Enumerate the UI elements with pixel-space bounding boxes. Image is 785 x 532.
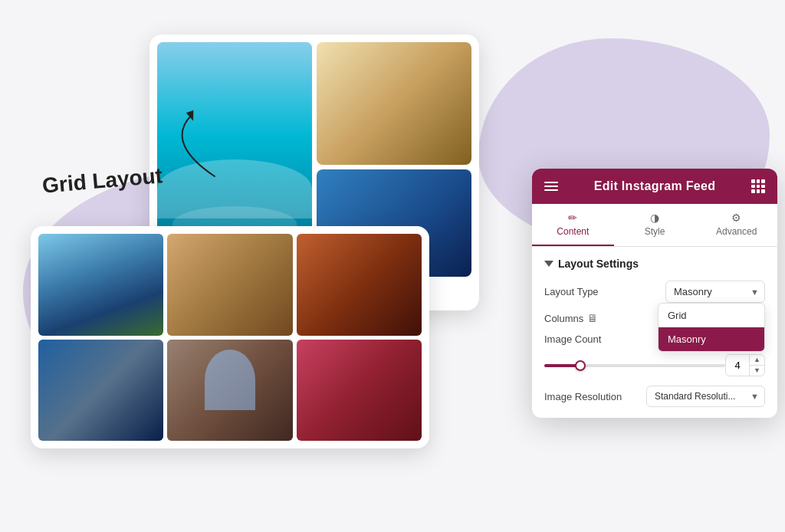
advanced-tab-icon: ⚙ <box>731 212 741 224</box>
layout-type-dropdown: Grid Masonry <box>658 303 765 352</box>
tab-content-label: Content <box>557 226 589 237</box>
slider-track[interactable] <box>544 364 725 367</box>
grid-view-icon[interactable] <box>751 179 765 193</box>
edit-panel: Edit Instagram Feed ✏ Content ◑ Style ⚙ … <box>532 169 777 418</box>
tab-style-label: Style <box>645 226 665 237</box>
resolution-select-wrapper: Thumbnail Standard Resoluti... High Reso… <box>646 386 765 407</box>
tab-advanced[interactable]: ⚙ Advanced <box>695 204 777 246</box>
image-count-slider-row: 4 ▲ ▼ <box>544 354 765 376</box>
tab-content[interactable]: ✏ Content <box>532 204 614 246</box>
dropdown-item-grid[interactable]: Grid <box>659 304 764 327</box>
style-tab-icon: ◑ <box>650 212 659 224</box>
layout-type-select[interactable]: Grid Masonry <box>665 281 765 303</box>
image-art <box>317 42 471 165</box>
monitor-icon: 🖥 <box>587 312 598 324</box>
collapse-icon[interactable] <box>544 261 553 267</box>
tab-style[interactable]: ◑ Style <box>614 204 696 246</box>
panel-title: Edit Instagram Feed <box>594 179 716 193</box>
grid-preview-card <box>31 226 429 448</box>
image-count-value: 4 <box>726 356 749 375</box>
layout-settings-section: Layout Settings <box>544 258 765 270</box>
image-mountain <box>38 234 163 336</box>
slider-thumb[interactable] <box>575 360 586 371</box>
grid-layout-images <box>38 234 422 441</box>
image-cave <box>297 234 422 336</box>
layout-type-select-wrapper: Grid Masonry ▼ Grid Masonry <box>665 281 765 303</box>
image-count-label: Image Count <box>544 333 601 345</box>
image-resolution-row: Image Resolution Thumbnail Standard Reso… <box>544 386 765 407</box>
image-arch <box>167 340 292 442</box>
section-title: Layout Settings <box>558 258 639 270</box>
image-cup <box>297 340 422 442</box>
layout-type-label: Layout Type <box>544 286 599 297</box>
image-underwater <box>38 340 163 442</box>
image-hands <box>167 234 292 336</box>
tab-advanced-label: Advanced <box>716 226 757 237</box>
menu-icon[interactable] <box>544 182 558 191</box>
content-tab-icon: ✏ <box>568 212 577 224</box>
columns-label: Columns 🖥 <box>544 312 598 324</box>
image-count-input: 4 ▲ ▼ <box>725 354 765 376</box>
image-resolution-label: Image Resolution <box>544 391 622 402</box>
number-arrows: ▲ ▼ <box>749 355 764 376</box>
tab-bar: ✏ Content ◑ Style ⚙ Advanced <box>532 204 777 247</box>
panel-header: Edit Instagram Feed <box>532 169 777 204</box>
increment-button[interactable]: ▲ <box>750 355 764 366</box>
image-resolution-select[interactable]: Thumbnail Standard Resoluti... High Reso… <box>646 386 765 407</box>
dropdown-item-masonry[interactable]: Masonry <box>659 327 764 351</box>
slider-container <box>544 364 725 367</box>
layout-type-row: Layout Type Grid Masonry ▼ Grid Masonry <box>544 281 765 303</box>
decrement-button[interactable]: ▼ <box>750 366 764 376</box>
panel-body: Layout Settings Layout Type Grid Masonry… <box>532 247 777 418</box>
